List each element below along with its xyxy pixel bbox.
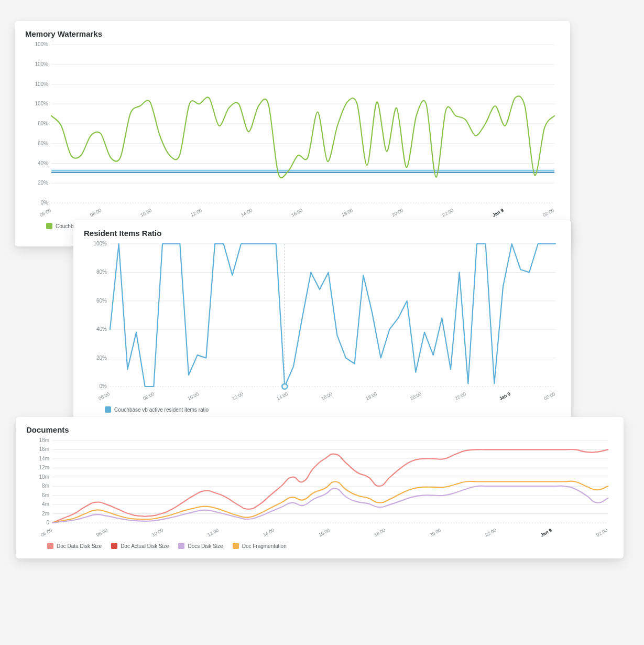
legend-item[interactable]: Couchb bbox=[46, 223, 73, 229]
svg-text:14m: 14m bbox=[39, 456, 49, 461]
chart-title: Resident Items Ratio bbox=[84, 229, 561, 238]
svg-point-55 bbox=[282, 384, 287, 389]
legend-swatch bbox=[105, 406, 111, 413]
svg-text:02:00: 02:00 bbox=[543, 391, 556, 401]
svg-text:20:00: 20:00 bbox=[391, 208, 404, 218]
legend: Couchbase vb active resident items ratio bbox=[84, 406, 561, 413]
svg-text:22:00: 22:00 bbox=[484, 528, 497, 538]
chart-title: Documents bbox=[26, 425, 613, 434]
svg-text:0%: 0% bbox=[100, 383, 107, 389]
legend-swatch bbox=[46, 223, 52, 229]
chart-area[interactable]: 02m4m6m8m10m12m14m16m18m06:0008:0010:001… bbox=[26, 437, 613, 540]
svg-text:08:00: 08:00 bbox=[142, 391, 155, 401]
svg-text:22:00: 22:00 bbox=[441, 208, 454, 218]
svg-text:18:00: 18:00 bbox=[365, 391, 378, 401]
svg-text:16:00: 16:00 bbox=[290, 208, 303, 218]
legend-label: Docs Disk Size bbox=[188, 543, 223, 549]
legend-item[interactable]: Docs Disk Size bbox=[178, 543, 223, 549]
svg-text:18:00: 18:00 bbox=[373, 528, 386, 538]
legend-item[interactable]: Couchbase vb active resident items ratio bbox=[105, 406, 209, 413]
svg-text:40%: 40% bbox=[96, 326, 107, 332]
svg-text:16:00: 16:00 bbox=[318, 528, 331, 538]
svg-text:14:00: 14:00 bbox=[276, 391, 289, 401]
legend-item[interactable]: Doc Actual Disk Size bbox=[111, 543, 169, 549]
legend-item[interactable]: Doc Fragmentation bbox=[233, 543, 287, 549]
svg-text:6m: 6m bbox=[42, 492, 49, 498]
legend-label: Doc Fragmentation bbox=[242, 543, 287, 549]
svg-text:80%: 80% bbox=[38, 121, 48, 126]
svg-text:Jan 9: Jan 9 bbox=[540, 528, 553, 538]
chart-card-memory-watermarks: Memory Watermarks 0%20%40%60%80%100%100%… bbox=[15, 21, 570, 246]
svg-text:80%: 80% bbox=[96, 269, 107, 275]
chart-area[interactable]: 0%20%40%60%80%100%100%100%100%06:0008:00… bbox=[25, 41, 560, 220]
svg-text:100%: 100% bbox=[35, 101, 48, 106]
svg-text:10m: 10m bbox=[39, 474, 49, 480]
svg-text:60%: 60% bbox=[38, 141, 48, 146]
svg-text:16:00: 16:00 bbox=[320, 391, 333, 401]
legend-item[interactable]: Doc Data Disk Size bbox=[47, 543, 102, 549]
svg-text:12m: 12m bbox=[39, 465, 49, 470]
svg-text:100%: 100% bbox=[35, 61, 48, 67]
svg-text:8m: 8m bbox=[42, 483, 49, 489]
svg-text:100%: 100% bbox=[93, 241, 107, 246]
svg-text:18m: 18m bbox=[39, 437, 49, 443]
svg-text:20%: 20% bbox=[96, 355, 107, 361]
svg-text:Jan 9: Jan 9 bbox=[498, 391, 511, 402]
svg-text:02:00: 02:00 bbox=[542, 208, 555, 218]
svg-text:0: 0 bbox=[46, 520, 49, 525]
chart-area[interactable]: 0%20%40%60%80%100%06:0008:0010:0012:0014… bbox=[84, 241, 561, 403]
svg-text:12:00: 12:00 bbox=[231, 391, 244, 401]
svg-text:60%: 60% bbox=[96, 298, 107, 304]
svg-text:40%: 40% bbox=[38, 160, 48, 166]
legend-label: Doc Actual Disk Size bbox=[121, 543, 169, 549]
legend-swatch bbox=[178, 543, 184, 549]
svg-text:100%: 100% bbox=[35, 81, 48, 87]
legend-label: Couchb bbox=[56, 223, 73, 229]
legend-label: Doc Data Disk Size bbox=[57, 543, 102, 549]
svg-text:14:00: 14:00 bbox=[262, 528, 275, 538]
svg-text:22:00: 22:00 bbox=[454, 391, 467, 401]
svg-text:2m: 2m bbox=[42, 511, 49, 517]
legend-label: Couchbase vb active resident items ratio bbox=[114, 407, 209, 413]
legend-swatch bbox=[233, 543, 239, 549]
chart-card-documents: Documents 02m4m6m8m10m12m14m16m18m06:000… bbox=[16, 417, 624, 558]
legend-swatch bbox=[47, 543, 53, 549]
svg-text:14:00: 14:00 bbox=[240, 208, 253, 218]
svg-text:12:00: 12:00 bbox=[190, 208, 203, 218]
chart-card-resident-items: Resident Items Ratio 0%20%40%60%80%100%0… bbox=[73, 220, 571, 425]
svg-text:20:00: 20:00 bbox=[429, 528, 442, 538]
svg-text:10:00: 10:00 bbox=[187, 391, 200, 401]
svg-text:06:00: 06:00 bbox=[40, 528, 53, 538]
svg-text:10:00: 10:00 bbox=[139, 208, 152, 218]
chart-title: Memory Watermarks bbox=[25, 29, 560, 38]
svg-text:0%: 0% bbox=[41, 200, 49, 206]
svg-text:18:00: 18:00 bbox=[341, 208, 354, 218]
svg-text:12:00: 12:00 bbox=[206, 528, 220, 538]
svg-text:08:00: 08:00 bbox=[89, 208, 102, 218]
legend-swatch bbox=[111, 543, 117, 549]
svg-text:10:00: 10:00 bbox=[151, 528, 164, 538]
svg-text:100%: 100% bbox=[35, 41, 48, 47]
svg-text:06:00: 06:00 bbox=[97, 391, 111, 401]
svg-text:02:00: 02:00 bbox=[595, 528, 608, 538]
svg-text:08:00: 08:00 bbox=[95, 528, 108, 538]
legend: Doc Data Disk Size Doc Actual Disk Size … bbox=[26, 543, 613, 549]
svg-text:Jan 9: Jan 9 bbox=[492, 208, 505, 218]
svg-text:4m: 4m bbox=[42, 501, 49, 507]
svg-text:20%: 20% bbox=[38, 180, 48, 186]
svg-text:06:00: 06:00 bbox=[39, 208, 52, 218]
svg-text:20:00: 20:00 bbox=[409, 391, 422, 401]
svg-text:16m: 16m bbox=[39, 446, 49, 452]
